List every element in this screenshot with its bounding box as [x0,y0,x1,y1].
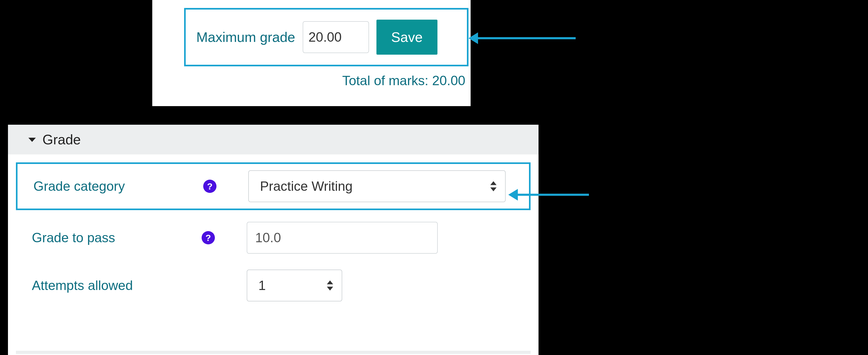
grade-category-label: Grade category [18,179,203,194]
annotation-arrow-icon [517,194,589,196]
grade-category-row: Grade category ? Practice Writing [16,162,531,210]
annotation-arrow-icon [477,37,576,39]
attempts-allowed-value: 1 [258,278,266,293]
help-icon[interactable]: ? [203,180,216,193]
attempts-allowed-select[interactable]: 1 [247,270,342,301]
grade-category-value: Practice Writing [260,179,352,194]
select-caret-icon [489,180,498,193]
attempts-allowed-row: Attempts allowed 1 [16,262,531,309]
grade-section-title: Grade [42,131,81,148]
grade-to-pass-input[interactable] [247,222,438,254]
section-divider [16,351,531,354]
help-icon[interactable]: ? [202,231,215,244]
total-marks-label: Total of marks: [342,73,432,88]
grade-to-pass-label: Grade to pass [16,230,202,245]
maximum-grade-label: Maximum grade [196,29,295,45]
total-marks-readout: Total of marks: 20.00 [342,73,465,88]
max-grade-highlight: Maximum grade Save [184,8,468,66]
max-grade-panel: Maximum grade Save Total of marks: 20.00 [152,0,471,106]
save-button[interactable]: Save [376,20,437,55]
total-marks-value: 20.00 [432,73,465,88]
grade-section-header[interactable]: Grade [8,125,538,154]
attempts-allowed-label: Attempts allowed [16,278,202,293]
chevron-down-icon [27,134,38,145]
grade-to-pass-row: Grade to pass ? [16,214,531,262]
grade-section: Grade Grade category ? Practice Writing [8,125,538,355]
select-caret-icon [325,279,335,292]
grade-category-select[interactable]: Practice Writing [248,170,506,202]
maximum-grade-input[interactable] [303,21,369,53]
